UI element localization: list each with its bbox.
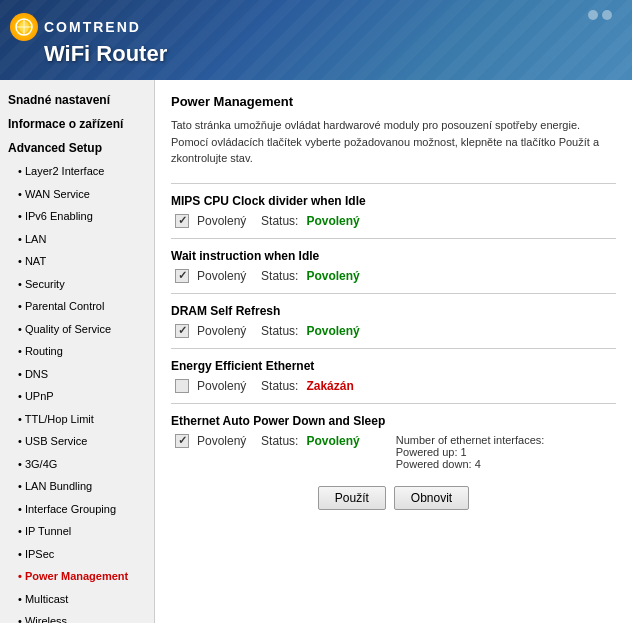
sidebar-item-layer2[interactable]: Layer2 Interface (0, 160, 154, 183)
sidebar-item-power-management[interactable]: Power Management (0, 565, 154, 588)
eth-auto-power-status-prefix: Status: (254, 434, 298, 448)
divider-2 (171, 293, 616, 294)
main-container: Snadné nastavení Informace o zařízení Ad… (0, 80, 632, 623)
mips-cpu-label: MIPS CPU Clock divider when Idle (171, 194, 616, 208)
sidebar-item-dns[interactable]: DNS (0, 363, 154, 386)
sidebar-item-security[interactable]: Security (0, 273, 154, 296)
sidebar-item-wan-service[interactable]: WAN Service (0, 183, 154, 206)
dram-label: DRAM Self Refresh (171, 304, 616, 318)
sidebar-item-routing[interactable]: Routing (0, 340, 154, 363)
sidebar-item-multicast[interactable]: Multicast (0, 588, 154, 611)
header: COMTREND WiFi Router (0, 0, 632, 80)
mips-cpu-section: MIPS CPU Clock divider when Idle Povolen… (171, 194, 616, 228)
product-text: WiFi Router (44, 41, 167, 67)
sidebar: Snadné nastavení Informace o zařízení Ad… (0, 80, 155, 623)
sidebar-item-parental-control[interactable]: Parental Control (0, 295, 154, 318)
header-dots (588, 10, 612, 20)
sidebar-item-advanced-setup[interactable]: Advanced Setup (0, 136, 154, 160)
sidebar-item-quick-setup[interactable]: Snadné nastavení (0, 88, 154, 112)
energy-efficient-section: Energy Efficient Ethernet Povolený Statu… (171, 359, 616, 393)
page-description: Tato stránka umožňuje ovládat hardwarové… (171, 117, 616, 167)
energy-efficient-checkbox[interactable] (175, 379, 189, 393)
page-title: Power Management (171, 94, 616, 109)
refresh-button[interactable]: Obnovit (394, 486, 469, 510)
divider-1 (171, 238, 616, 239)
sidebar-item-device-info[interactable]: Informace o zařízení (0, 112, 154, 136)
brand-text: COMTREND (44, 19, 141, 35)
sidebar-item-3g4g[interactable]: 3G/4G (0, 453, 154, 476)
sidebar-item-qos[interactable]: Quality of Service (0, 318, 154, 341)
sidebar-item-ipsec[interactable]: IPSec (0, 543, 154, 566)
energy-efficient-label: Energy Efficient Ethernet (171, 359, 616, 373)
dram-status-value: Povolený (306, 324, 359, 338)
mips-cpu-povoleny: Povolený (197, 214, 246, 228)
energy-efficient-status-value: Zakázán (306, 379, 353, 393)
mips-cpu-control: Povolený Status: Povolený (175, 214, 616, 228)
content-area: Power Management Tato stránka umožňuje o… (155, 80, 632, 623)
sidebar-item-upnp[interactable]: UPnP (0, 385, 154, 408)
divider-4 (171, 403, 616, 404)
wait-instruction-status-prefix: Status: (254, 269, 298, 283)
wait-instruction-checkbox[interactable] (175, 269, 189, 283)
eth-auto-power-control: Povolený Status: Povolený (175, 434, 360, 448)
energy-efficient-status-prefix: Status: (254, 379, 298, 393)
divider-0 (171, 183, 616, 184)
wait-instruction-status-value: Povolený (306, 269, 359, 283)
eth-auto-power-status-value: Povolený (306, 434, 359, 448)
eth-auto-power-label: Ethernet Auto Power Down and Sleep (171, 414, 616, 428)
sidebar-item-ttl[interactable]: TTL/Hop Limit (0, 408, 154, 431)
wait-instruction-label: Wait instruction when Idle (171, 249, 616, 263)
eth-info-header: Number of ethernet interfaces: (396, 434, 545, 446)
dram-povoleny: Povolený (197, 324, 246, 338)
sidebar-item-nat[interactable]: NAT (0, 250, 154, 273)
eth-info: Number of ethernet interfaces: Powered u… (396, 434, 545, 470)
sidebar-item-lan[interactable]: LAN (0, 228, 154, 251)
sidebar-item-ipv6[interactable]: IPv6 Enabling (0, 205, 154, 228)
sidebar-item-usb-service[interactable]: USB Service (0, 430, 154, 453)
mips-cpu-status-prefix: Status: (254, 214, 298, 228)
sidebar-item-ip-tunnel[interactable]: IP Tunnel (0, 520, 154, 543)
energy-efficient-povoleny: Povolený (197, 379, 246, 393)
comtrend-logo-icon (10, 13, 38, 41)
dram-checkbox[interactable] (175, 324, 189, 338)
sidebar-item-interface-grouping[interactable]: Interface Grouping (0, 498, 154, 521)
mips-cpu-status-value: Povolený (306, 214, 359, 228)
dram-control: Povolený Status: Povolený (175, 324, 616, 338)
wait-instruction-section: Wait instruction when Idle Povolený Stat… (171, 249, 616, 283)
dram-section: DRAM Self Refresh Povolený Status: Povol… (171, 304, 616, 338)
mips-cpu-checkbox[interactable] (175, 214, 189, 228)
wait-instruction-control: Povolený Status: Povolený (175, 269, 616, 283)
sidebar-item-lan-bundling[interactable]: LAN Bundling (0, 475, 154, 498)
eth-auto-power-checkbox[interactable] (175, 434, 189, 448)
logo-area: COMTREND WiFi Router (10, 13, 167, 67)
eth-auto-power-povoleny: Povolený (197, 434, 246, 448)
eth-powered-down: Powered down: 4 (396, 458, 545, 470)
eth-auto-power-section: Ethernet Auto Power Down and Sleep Povol… (171, 414, 616, 470)
wait-instruction-povoleny: Povolený (197, 269, 246, 283)
eth-powered-up: Powered up: 1 (396, 446, 545, 458)
buttons-row: Použít Obnovit (171, 486, 616, 510)
divider-3 (171, 348, 616, 349)
energy-efficient-control: Povolený Status: Zakázán (175, 379, 616, 393)
apply-button[interactable]: Použít (318, 486, 386, 510)
sidebar-item-wireless[interactable]: Wireless (0, 610, 154, 623)
dram-status-prefix: Status: (254, 324, 298, 338)
